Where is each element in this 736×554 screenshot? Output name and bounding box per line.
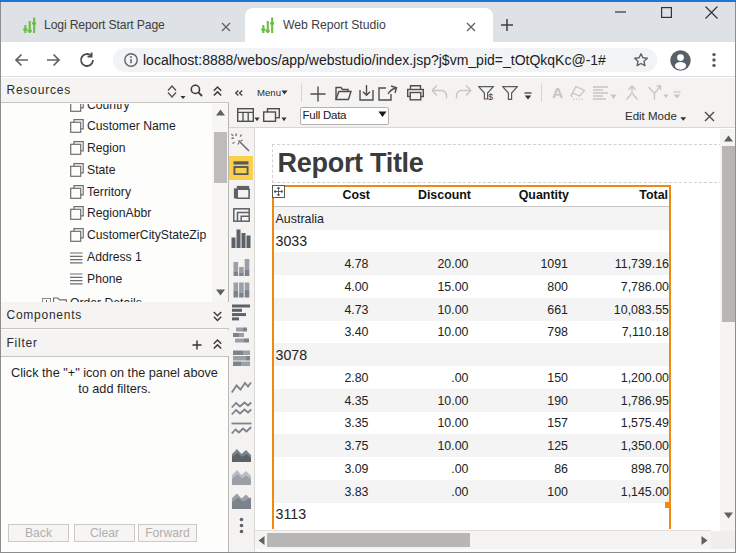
svg-text:$: $ — [488, 92, 493, 100]
